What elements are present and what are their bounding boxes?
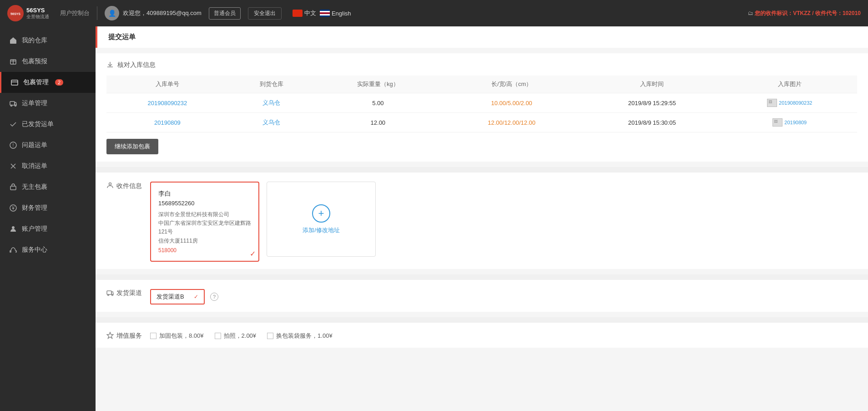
col-weight: 实际重量（kg） bbox=[314, 76, 441, 93]
sidebar-item-account-label: 账户管理 bbox=[22, 225, 47, 233]
svg-rect-16 bbox=[10, 186, 16, 190]
membership-badge: 普通会员 bbox=[209, 7, 241, 20]
sidebar-item-shipping-label: 运单管理 bbox=[22, 99, 47, 107]
truck-icon bbox=[106, 289, 114, 298]
receipt-info: 🗂 您的收件标识：VTKZZ / 收件代号：102010 bbox=[748, 10, 861, 17]
content-area: 提交运单 核对入库信息 入库单号 到货仓库 实际重量（kg） 长/宽/高（cm）… bbox=[96, 26, 868, 411]
channel-content: 发货渠道B ✓ ? bbox=[150, 287, 857, 304]
svg-marker-25 bbox=[107, 332, 113, 339]
sidebar-item-shipped[interactable]: 已发货运单 bbox=[0, 114, 96, 135]
channel-select-button[interactable]: 发货渠道B ✓ bbox=[150, 289, 205, 304]
continue-add-btn[interactable]: 继续添加包裹 bbox=[106, 139, 158, 154]
cell-time: 2019/8/9 15:30:05 bbox=[582, 113, 722, 132]
svg-point-11 bbox=[15, 105, 16, 107]
sidebar-item-finance-label: 财务管理 bbox=[22, 204, 47, 212]
svg-point-19 bbox=[12, 226, 15, 229]
recipient-addr2: 121号 bbox=[158, 228, 251, 236]
sidebar-item-cancel[interactable]: 取消运单 bbox=[0, 156, 96, 177]
channel-label: 发货渠道 bbox=[106, 287, 143, 298]
vas-checkbox[interactable] bbox=[215, 333, 221, 339]
col-time: 入库时间 bbox=[582, 76, 722, 93]
warehouse-icon bbox=[9, 36, 17, 45]
sidebar-item-account[interactable]: 账户管理 bbox=[0, 218, 96, 239]
logout-button[interactable]: 安全退出 bbox=[248, 7, 282, 20]
svg-rect-22 bbox=[107, 291, 111, 294]
image-thumb: 🖼20190809 bbox=[730, 118, 850, 127]
unclaimed-icon bbox=[9, 183, 17, 191]
logo: 56SYS 56SYS 全景物流通 bbox=[7, 5, 49, 21]
channel-title-text: 发货渠道 bbox=[116, 289, 142, 297]
star-icon bbox=[106, 332, 114, 340]
svg-point-23 bbox=[108, 294, 109, 295]
recipient-company: 深圳市全景世纪科技有限公司 bbox=[158, 210, 251, 219]
warehouse-title-text: 核对入库信息 bbox=[117, 61, 156, 69]
finance-icon: ¥ bbox=[9, 204, 17, 212]
vas-checkbox[interactable] bbox=[150, 333, 156, 339]
warehouse-section-title: 核对入库信息 bbox=[106, 61, 857, 69]
svg-text:¥: ¥ bbox=[11, 206, 15, 211]
sidebar-item-shipped-label: 已发货运单 bbox=[22, 120, 54, 128]
channel-selected-label: 发货渠道B bbox=[156, 293, 184, 301]
sidebar-item-forecast[interactable]: 包裹预报 bbox=[0, 51, 96, 72]
lang-cn-button[interactable]: 中文 bbox=[293, 9, 316, 17]
logo-label: 56SYS 全景物流通 bbox=[26, 7, 49, 20]
sidebar-item-service[interactable]: 服务中心 bbox=[0, 239, 96, 260]
address-card[interactable]: 李白 15689552260 深圳市全景世纪科技有限公司 中国广东省深圳市宝安区… bbox=[150, 182, 259, 262]
user-info: 👤 欢迎您，409889195@qq.com bbox=[105, 6, 202, 20]
recipient-content: 李白 15689552260 深圳市全景世纪科技有限公司 中国广东省深圳市宝安区… bbox=[150, 180, 857, 262]
packages-badge: 2 bbox=[55, 79, 63, 86]
cell-image[interactable]: 🖼20190809 bbox=[722, 113, 857, 132]
service-icon bbox=[9, 246, 17, 254]
welcome-text: 欢迎您，409889195@qq.com bbox=[123, 9, 202, 17]
svg-text:!: ! bbox=[13, 143, 14, 148]
recipient-icon bbox=[106, 182, 114, 190]
sidebar-item-unclaimed[interactable]: 无主包裹 bbox=[0, 177, 96, 198]
issue-icon: ! bbox=[9, 141, 17, 149]
vas-item-label: 拍照，2.00¥ bbox=[224, 332, 257, 340]
cell-order-no: 20190809 bbox=[106, 113, 228, 132]
package-icon bbox=[10, 78, 19, 86]
channel-check-icon: ✓ bbox=[194, 294, 198, 300]
sidebar-item-finance[interactable]: ¥ 财务管理 bbox=[0, 198, 96, 218]
cell-dimensions: 12.00/12.00/12.00 bbox=[441, 113, 582, 132]
header: 56SYS 56SYS 全景物流通 用户控制台 👤 欢迎您，409889195@… bbox=[0, 0, 868, 26]
sidebar-item-unclaimed-label: 无主包裹 bbox=[22, 183, 47, 191]
vas-options: 加固包装，8.00¥拍照，2.00¥换包装袋服务，1.00¥ bbox=[150, 332, 857, 340]
sidebar-item-shipping[interactable]: 运单管理 bbox=[0, 93, 96, 114]
sidebar-item-packages[interactable]: 包裹管理 2 bbox=[0, 72, 96, 93]
shipped-icon bbox=[9, 120, 17, 128]
lang-en-button[interactable]: English bbox=[320, 10, 351, 17]
shipping-channel-section: 发货渠道 发货渠道B ✓ ? bbox=[96, 280, 868, 312]
sidebar-item-forecast-label: 包裹预报 bbox=[22, 57, 47, 66]
account-icon bbox=[9, 225, 17, 233]
table-row: 201908090232义乌仓5.0010.00/5.00/2.002019/8… bbox=[106, 93, 857, 113]
sidebar-item-warehouse[interactable]: 我的仓库 bbox=[0, 30, 96, 51]
warehouse-info-section: 核对入库信息 入库单号 到货仓库 实际重量（kg） 长/宽/高（cm） 入库时间… bbox=[96, 53, 868, 162]
sidebar-item-issues[interactable]: ! 问题运单 bbox=[0, 135, 96, 156]
cell-weight: 12.00 bbox=[314, 113, 441, 132]
page-title: 提交运单 bbox=[96, 26, 868, 48]
vas-item: 换包装袋服务，1.00¥ bbox=[267, 332, 333, 340]
sidebar-item-service-label: 服务中心 bbox=[22, 246, 47, 254]
vas-item-label: 加固包装，8.00¥ bbox=[159, 332, 204, 340]
plus-icon: + bbox=[312, 204, 330, 223]
vas-checkbox[interactable] bbox=[267, 333, 273, 339]
add-address-button[interactable]: + 添加/修改地址 bbox=[267, 182, 376, 257]
cell-warehouse: 义乌仓 bbox=[228, 113, 314, 132]
vas-label: 增值服务 bbox=[106, 330, 143, 340]
vas-item-label: 换包装袋服务，1.00¥ bbox=[276, 332, 333, 340]
import-icon bbox=[106, 61, 114, 69]
vas-content: 加固包装，8.00¥拍照，2.00¥换包装袋服务，1.00¥ bbox=[150, 330, 857, 340]
svg-point-10 bbox=[11, 105, 12, 107]
vas-item: 加固包装，8.00¥ bbox=[150, 332, 204, 340]
cell-image[interactable]: 🖼201908090232 bbox=[722, 93, 857, 113]
language-group: 中文 English bbox=[293, 9, 351, 17]
channel-section: 发货渠道B ✓ ? bbox=[150, 289, 857, 304]
svg-rect-2 bbox=[10, 40, 16, 44]
help-icon[interactable]: ? bbox=[210, 293, 218, 301]
avatar: 👤 bbox=[105, 6, 119, 20]
main-layout: 我的仓库 包裹预报 包裹管理 2 运单管理 bbox=[0, 26, 868, 411]
col-warehouse: 到货仓库 bbox=[228, 76, 314, 93]
col-order-no: 入库单号 bbox=[106, 76, 228, 93]
recipient-name: 李白 bbox=[158, 190, 251, 198]
